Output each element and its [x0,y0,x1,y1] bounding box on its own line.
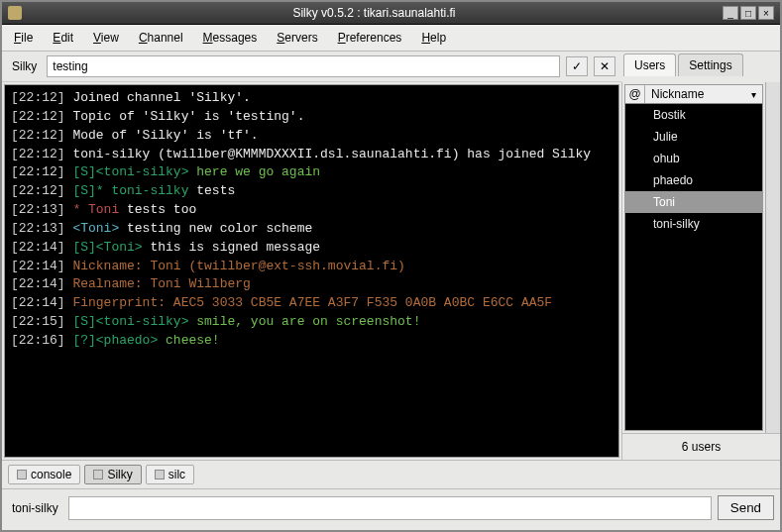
chat-line: [22:13] <Toni> testing new color scheme [11,220,613,239]
menu-file[interactable]: File [6,28,41,48]
chat-line: [22:12] [S]* toni-silky tests [11,182,613,201]
chat-line: [22:12] Mode of 'Silky' is 'tf'. [11,127,613,146]
app-window: Silky v0.5.2 : tikari.saunalahti.fi _ □ … [0,0,782,532]
chat-line: [22:14] Fingerprint: AEC5 3033 CB5E A7EE… [11,294,613,313]
side-tabs: Users Settings [621,52,780,76]
channel-tab[interactable]: silc [146,465,194,484]
user-list-panel: @ Nickname ▾ BostikJulieohubphaedoTonito… [624,84,763,431]
chat-line: [22:16] [?]<phaedo> cheese! [11,332,613,351]
chat-line: [22:12] Topic of 'Silky' is 'testing'. [11,108,613,127]
menu-preferences[interactable]: Preferences [330,28,410,48]
menu-channel[interactable]: Channel [131,28,191,48]
menu-help[interactable]: Help [413,28,454,48]
nickname-column-header[interactable]: Nickname ▾ [645,85,762,103]
send-button[interactable]: Send [718,495,774,520]
menu-view[interactable]: View [85,28,127,48]
user-list-item[interactable]: Julie [625,126,762,148]
tab-users[interactable]: Users [623,53,676,76]
user-list-item[interactable]: Toni [625,191,762,213]
chat-line: [22:14] Realname: Toni Willberg [11,275,613,294]
menubar: File Edit View Channel Messages Servers … [2,25,780,52]
user-list-item[interactable]: ohub [625,148,762,169]
chat-line: [22:12] Joined channel 'Silky'. [11,89,613,108]
chat-line: [22:12] toni-silky (twillber@KMMMDXXXII.… [11,146,613,164]
minimize-button[interactable]: _ [723,6,738,20]
chat-line: [22:14] Nickname: Toni (twillber@ext-ssh… [11,258,613,276]
app-icon [8,6,22,20]
topic-confirm-button[interactable]: ✓ [566,56,588,76]
user-list-item[interactable]: Bostik [625,104,762,126]
userlist-header[interactable]: @ Nickname ▾ [625,85,762,104]
op-column-header[interactable]: @ [625,85,645,103]
tab-settings[interactable]: Settings [678,53,742,76]
current-nick-label: toni-silky [8,501,62,515]
chat-log[interactable]: [22:12] Joined channel 'Silky'.[22:12] T… [4,84,619,458]
menu-messages[interactable]: Messages [195,28,266,48]
sort-arrow-icon: ▾ [751,89,756,100]
titlebar[interactable]: Silky v0.5.2 : tikari.saunalahti.fi _ □ … [2,2,780,25]
topic-input[interactable] [47,55,560,77]
channel-tab[interactable]: console [8,465,80,484]
user-list-item[interactable]: toni-silky [625,213,762,235]
chat-line: [22:12] [S]<toni-silky> here we go again [11,163,613,182]
channel-tab[interactable]: Silky [84,465,141,484]
channel-label: Silky [8,59,41,73]
tab-indicator-icon [17,470,27,479]
userlist-scrollbar[interactable] [765,82,780,433]
chat-line: [22:13] * Toni tests too [11,201,613,220]
menu-servers[interactable]: Servers [269,28,325,48]
topic-row: Silky ✓ ✕ [2,52,621,82]
main-area: [22:12] Joined channel 'Silky'.[22:12] T… [2,82,780,460]
message-input[interactable] [68,496,712,520]
user-count: 6 users [622,433,780,460]
tab-indicator-icon [155,470,165,479]
input-row: toni-silky Send [2,488,780,530]
chat-line: [22:15] [S]<toni-silky> smile, you are o… [11,313,613,332]
maximize-button[interactable]: □ [740,6,756,20]
user-list-item[interactable]: phaedo [625,169,762,191]
close-button[interactable]: × [758,6,774,20]
chat-line: [22:14] [S]<Toni> this is signed message [11,239,613,258]
channel-tabs: consoleSilkysilc [2,460,780,488]
menu-edit[interactable]: Edit [45,28,81,48]
tab-indicator-icon [93,470,103,479]
topic-clear-button[interactable]: ✕ [594,56,615,76]
window-title: Silky v0.5.2 : tikari.saunalahti.fi [28,6,721,20]
user-list[interactable]: BostikJulieohubphaedoTonitoni-silky [625,104,762,430]
